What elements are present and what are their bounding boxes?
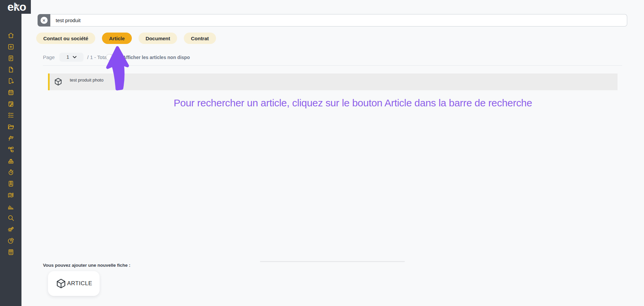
sidebar-nav xyxy=(0,32,21,256)
filter-contrat-button[interactable]: Contrat xyxy=(184,33,216,44)
cube-icon xyxy=(54,77,63,86)
file-icon[interactable] xyxy=(7,66,14,73)
barcode-scanner-icon[interactable] xyxy=(7,135,14,142)
circle-x-icon: × xyxy=(41,17,48,24)
filter-document-button[interactable]: Document xyxy=(139,33,177,44)
folder-open-icon[interactable] xyxy=(7,123,14,130)
bar-chart-icon[interactable] xyxy=(7,203,14,210)
pie-chart-icon[interactable] xyxy=(7,237,14,244)
annotation-arrow-icon xyxy=(105,42,131,93)
receipt-icon[interactable] xyxy=(7,55,14,62)
result-accent-bar xyxy=(48,73,50,90)
stopwatch-icon[interactable] xyxy=(7,169,14,176)
checklist-icon[interactable] xyxy=(7,112,14,119)
chevron-down-icon xyxy=(73,56,76,58)
gears-icon[interactable] xyxy=(7,226,14,233)
cube-icon xyxy=(55,278,67,289)
map-pin-icon[interactable] xyxy=(7,192,14,199)
filter-contact-button[interactable]: Contact ou société xyxy=(36,33,95,44)
cash-register-icon[interactable] xyxy=(7,157,14,164)
page-select[interactable]: 1 xyxy=(59,53,84,62)
home-icon[interactable] xyxy=(7,32,14,39)
file-export-icon[interactable] xyxy=(7,78,14,85)
toggle-label: Afficher les articles non dispo xyxy=(123,55,190,60)
result-title: test produit photo xyxy=(70,78,103,83)
id-card-icon[interactable] xyxy=(7,180,14,187)
page-select-value: 1 xyxy=(66,54,69,60)
pagination-bar: Page 1 / 1 - Total 1 xyxy=(43,52,112,62)
horizontal-scrollbar[interactable] xyxy=(260,261,405,262)
sitemap-icon[interactable] xyxy=(7,146,14,153)
result-row[interactable]: test produit photo xyxy=(48,73,618,90)
page-label: Page xyxy=(43,54,55,60)
calculator-icon[interactable] xyxy=(7,249,14,256)
add-article-card-label: ARTICLE xyxy=(67,280,92,287)
mouse-cursor-icon xyxy=(15,2,19,8)
add-article-card[interactable]: ARTICLE xyxy=(48,271,100,296)
add-record-hint: Vous pouvez ajouter une nouvelle fiche : xyxy=(43,263,130,268)
search-input[interactable] xyxy=(50,14,627,27)
calendar-edit-icon[interactable] xyxy=(7,100,14,107)
add-square-icon[interactable] xyxy=(7,43,14,50)
calendar-icon[interactable] xyxy=(7,89,14,96)
search-icon[interactable] xyxy=(7,214,14,221)
annotation-text: Pour rechercher un article, cliquez sur … xyxy=(126,97,579,109)
search-clear-button[interactable]: × xyxy=(38,14,50,27)
